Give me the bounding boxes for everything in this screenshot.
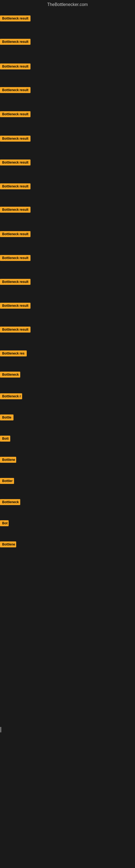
bottleneck-result-badge[interactable]: Bottleneck result <box>0 63 31 69</box>
bottleneck-result-badge[interactable]: Bottlene <box>0 457 16 463</box>
bottleneck-result-badge[interactable]: Bott <box>0 436 10 442</box>
bottleneck-result-badge[interactable]: Bottleneck res <box>0 350 27 356</box>
text-cursor <box>1 727 1 733</box>
bottleneck-result-badge[interactable]: Bottle <box>0 414 13 421</box>
bottleneck-result-badge[interactable]: Bot <box>0 520 9 526</box>
bottleneck-result-badge[interactable]: Bottlene <box>0 541 16 547</box>
bottleneck-result-badge[interactable]: Bottleneck result <box>0 207 31 213</box>
bottleneck-result-badge[interactable]: Bottleneck result <box>0 327 31 333</box>
bottleneck-result-badge[interactable]: Bottleneck r <box>0 393 22 399</box>
bottleneck-result-badge[interactable]: Bottleneck result <box>0 279 31 285</box>
bottleneck-result-badge[interactable]: Bottleneck result <box>0 135 31 142</box>
bottleneck-result-badge[interactable]: Bottleneck result <box>0 183 31 189</box>
bottleneck-result-badge[interactable]: Bottleneck result <box>0 231 31 237</box>
bottleneck-result-badge[interactable]: Bottleneck <box>0 372 20 378</box>
bottleneck-result-badge[interactable]: Bottleneck <box>0 499 20 505</box>
bottleneck-result-badge[interactable]: Bottleneck result <box>0 39 31 45</box>
bottleneck-result-badge[interactable]: Bottleneck result <box>0 303 31 309</box>
bottleneck-result-badge[interactable]: Bottleneck result <box>0 87 31 93</box>
bottleneck-result-badge[interactable]: Bottler <box>0 478 14 484</box>
bottleneck-result-badge[interactable]: Bottleneck result <box>0 16 31 22</box>
bottleneck-result-badge[interactable]: Bottleneck result <box>0 255 31 261</box>
bottleneck-result-badge[interactable]: Bottleneck result <box>0 111 31 117</box>
bottleneck-result-badge[interactable]: Bottleneck result <box>0 159 31 165</box>
